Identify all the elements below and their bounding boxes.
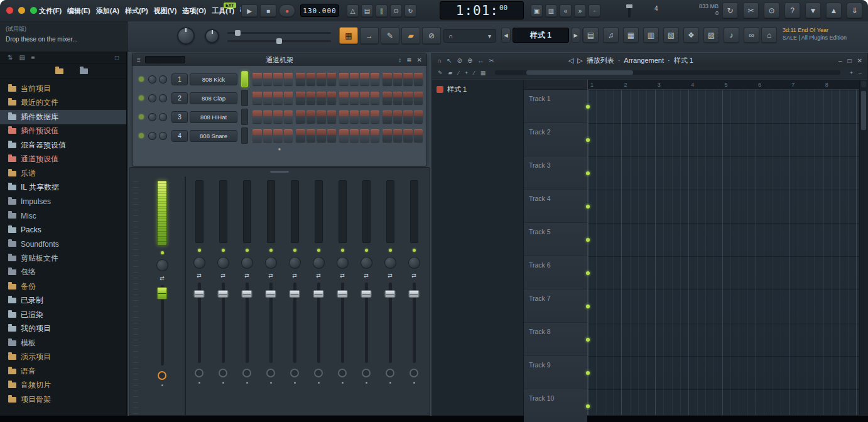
fader-handle[interactable] (218, 290, 229, 298)
folder-tab-icon[interactable] (80, 68, 88, 74)
browser-item[interactable]: 剪贴板文件 (0, 251, 126, 266)
step-button[interactable] (263, 73, 273, 85)
mixer-titlebar[interactable] (129, 168, 430, 175)
fader-handle[interactable] (290, 290, 300, 298)
step-button[interactable] (403, 111, 413, 123)
menu-item[interactable]: 视图(V) (154, 6, 177, 16)
track-header[interactable]: Track 4 (524, 190, 587, 223)
step-button[interactable] (403, 73, 413, 85)
magnet-icon[interactable]: ∩ (437, 57, 442, 64)
view-mode-icon[interactable]: ▤ (19, 54, 24, 61)
step-button[interactable] (393, 111, 403, 123)
step-button[interactable] (339, 129, 349, 142)
track-header[interactable]: Track 5 (524, 223, 587, 256)
fader-handle[interactable] (266, 290, 276, 298)
menu-item[interactable]: 编辑(E) (67, 6, 90, 16)
mixer-strip[interactable]: ⇄ (307, 176, 330, 415)
track-led[interactable] (586, 338, 590, 342)
step-button[interactable] (360, 129, 369, 142)
fader-track[interactable] (269, 283, 273, 363)
fader-handle[interactable] (409, 290, 420, 298)
step-button[interactable] (327, 92, 337, 104)
rack-menu-icon[interactable]: ≡ (137, 57, 141, 63)
step-button[interactable] (252, 92, 262, 104)
step-button[interactable] (414, 92, 423, 104)
step-button[interactable] (403, 129, 413, 142)
fader-track[interactable] (198, 283, 201, 363)
step-button[interactable] (350, 129, 359, 142)
mixer-strip[interactable]: ⇄ (187, 176, 211, 415)
shop-cart-icon[interactable]: ⌂ (761, 27, 777, 43)
loop-record-icon[interactable]: ↻ (404, 4, 416, 17)
step-button[interactable] (296, 111, 305, 123)
sort-icon[interactable]: ⇅ (8, 54, 13, 61)
track-led[interactable] (586, 371, 590, 375)
step-button[interactable] (393, 73, 403, 85)
step-button[interactable] (327, 73, 337, 85)
fader-track[interactable] (293, 283, 296, 363)
playlist-grid[interactable]: 12345678 (588, 80, 867, 415)
step-button[interactable] (296, 73, 305, 85)
mixer-toggle-icon[interactable]: ▥ (643, 27, 659, 43)
nav-right-icon[interactable]: ▷ (577, 57, 582, 65)
strip-knob[interactable] (289, 257, 301, 269)
arrangement-name[interactable]: Arrangement (624, 57, 664, 64)
browser-item[interactable]: 通道预设值 (0, 153, 126, 167)
plugin-picker-icon[interactable]: ❖ (683, 27, 699, 43)
track-led[interactable] (586, 138, 590, 142)
fader-track[interactable] (161, 285, 164, 365)
browser-item[interactable]: 当前项目 (0, 82, 126, 96)
mixer-strip[interactable]: ⇄ (402, 176, 426, 415)
browser-item[interactable]: 已渲染 (0, 308, 126, 322)
channel-number-button[interactable]: 1 (171, 73, 188, 85)
step-button[interactable] (371, 92, 380, 104)
close-window-button[interactable] (6, 7, 13, 14)
step-button[interactable] (371, 111, 380, 123)
menu-item[interactable]: 添加(A) (96, 6, 119, 16)
track-header[interactable]: Track 2 (524, 123, 587, 156)
fader-handle[interactable] (385, 290, 396, 298)
step-button[interactable] (382, 92, 392, 104)
bpm-display[interactable]: 130.000 (300, 4, 339, 17)
track-led[interactable] (586, 305, 590, 308)
promo-banner[interactable]: 3d:11 End Of Year SALE | All Plugins Edi… (783, 26, 847, 41)
shuffle-slider[interactable] (227, 32, 331, 34)
step-button[interactable] (317, 129, 326, 142)
step-button[interactable] (339, 111, 349, 123)
metronome-icon[interactable]: △ (347, 4, 359, 17)
strip-knob[interactable] (241, 257, 253, 269)
step-button[interactable] (382, 111, 392, 123)
browser-item[interactable]: 语音 (0, 364, 126, 379)
record-button[interactable]: ● (279, 4, 295, 17)
track-header[interactable]: Track 3 (524, 156, 587, 190)
step-button[interactable] (327, 129, 337, 142)
help-icon[interactable]: ? (784, 3, 800, 18)
strip-knob[interactable] (408, 257, 420, 269)
master-volume-knob[interactable] (177, 27, 195, 45)
channel-mute-led[interactable] (139, 133, 144, 138)
cut-icon[interactable]: ✂ (743, 3, 759, 18)
browser-item[interactable]: 乐谱 (0, 166, 126, 181)
wait-for-input-icon[interactable]: ∥ (376, 4, 388, 17)
browser-item[interactable]: 模板 (0, 336, 126, 350)
rewind-icon[interactable]: « (560, 4, 572, 17)
zoom-in-icon[interactable]: + (850, 70, 853, 76)
step-button[interactable] (371, 73, 380, 85)
channel-select-led[interactable] (241, 109, 248, 125)
step-button[interactable] (252, 73, 262, 85)
step-button[interactable] (307, 73, 316, 85)
track-led[interactable] (586, 105, 590, 109)
browser-item[interactable]: 我的项目 (0, 322, 126, 337)
folder-tab-icon[interactable] (55, 68, 63, 74)
step-button[interactable] (284, 129, 293, 142)
strip-knob[interactable] (265, 257, 277, 269)
step-button[interactable] (263, 92, 273, 104)
mixer-strip[interactable]: ⇄ (330, 176, 354, 415)
playlist-toggle-icon[interactable]: ▤ (583, 27, 599, 43)
browser-item[interactable]: Packs (0, 223, 126, 237)
record-arm-button[interactable] (410, 369, 418, 377)
track-led[interactable] (586, 171, 590, 175)
browser-item[interactable]: 已录制 (0, 294, 126, 308)
browser-toggle-icon[interactable]: ▧ (663, 27, 679, 43)
collapse-all-icon[interactable]: □ (115, 54, 119, 61)
